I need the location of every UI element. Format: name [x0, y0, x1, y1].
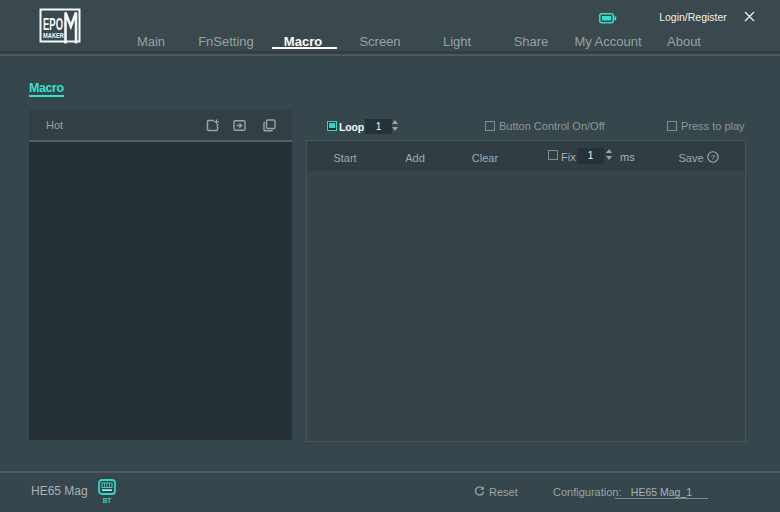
svg-text:MAKER: MAKER	[43, 31, 64, 40]
svg-text:?: ?	[711, 153, 716, 162]
